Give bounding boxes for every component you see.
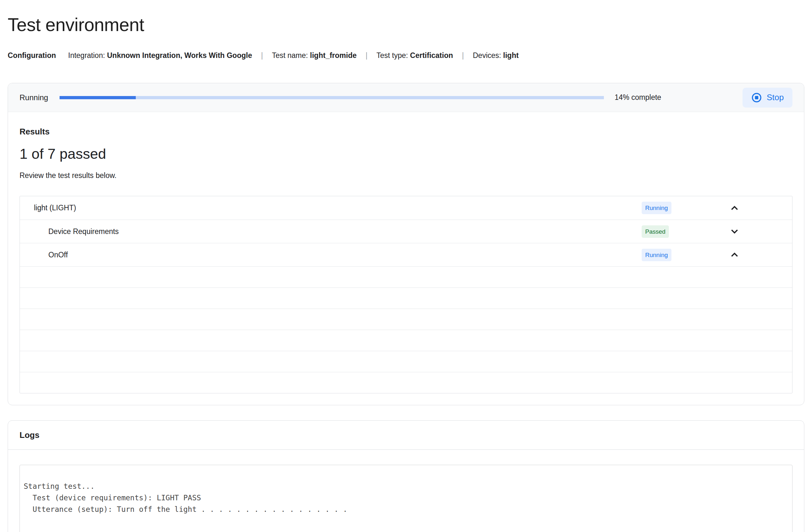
log-output-box[interactable]: Starting test... Test (device requiremen… <box>19 465 793 532</box>
logs-body: Starting test... Test (device requiremen… <box>8 450 804 532</box>
chevron-down-icon[interactable] <box>728 225 741 238</box>
config-bar: Configuration Integration: Unknown Integ… <box>8 51 804 60</box>
result-row-empty <box>20 351 792 372</box>
chevron-up-icon[interactable] <box>728 202 741 215</box>
status-badge: Running <box>642 249 671 261</box>
config-item-integration: Integration: Unknown Integration, Works … <box>68 51 252 60</box>
stop-button-label: Stop <box>767 92 784 102</box>
logs-heading: Logs <box>8 420 804 450</box>
results-subtext: Review the test results below. <box>19 171 793 180</box>
page: Test environment Configuration Integrati… <box>0 14 812 532</box>
result-row-name: light (LIGHT) <box>20 204 642 212</box>
page-title: Test environment <box>8 14 804 35</box>
stop-icon <box>751 92 762 103</box>
progress-status-label: Running <box>19 93 48 102</box>
result-row-empty <box>20 287 792 309</box>
result-row-empty <box>20 266 792 287</box>
result-row-empty <box>20 309 792 330</box>
result-row: OnOffRunning <box>20 243 792 266</box>
config-item-test-name: Test name: light_fromide <box>272 51 357 60</box>
results-section: Results 1 of 7 passed Review the test re… <box>8 112 804 405</box>
progress-strip: Running 14% complete Stop <box>8 83 804 112</box>
stop-button[interactable]: Stop <box>742 88 793 107</box>
status-badge: Passed <box>642 225 669 238</box>
result-row: Device RequirementsPassed <box>20 220 792 243</box>
progress-bar <box>60 96 604 99</box>
config-item-devices: Devices: light <box>473 51 519 60</box>
result-row-name: OnOff <box>20 251 642 259</box>
result-row: light (LIGHT)Running <box>20 196 792 220</box>
progress-bar-fill <box>60 96 136 99</box>
results-heading: Results <box>19 127 793 137</box>
logs-card: Logs Starting test... Test (device requi… <box>8 420 804 532</box>
config-section-label: Configuration <box>8 51 56 60</box>
results-card: Running 14% complete Stop Results 1 of 7… <box>8 83 804 405</box>
config-separator: | <box>261 51 263 60</box>
config-separator: | <box>366 51 367 60</box>
results-table: light (LIGHT)RunningDevice RequirementsP… <box>19 196 793 394</box>
config-separator: | <box>462 51 464 60</box>
result-row-name: Device Requirements <box>20 227 642 236</box>
status-badge: Running <box>642 202 671 214</box>
results-summary: 1 of 7 passed <box>19 146 793 162</box>
config-item-test-type: Test type: Certification <box>377 51 453 60</box>
result-row-empty <box>20 372 792 393</box>
progress-percent-label: 14% complete <box>614 93 661 102</box>
chevron-up-icon[interactable] <box>728 248 741 261</box>
log-output-text: Starting test... Test (device requiremen… <box>24 481 788 515</box>
result-row-empty <box>20 330 792 351</box>
